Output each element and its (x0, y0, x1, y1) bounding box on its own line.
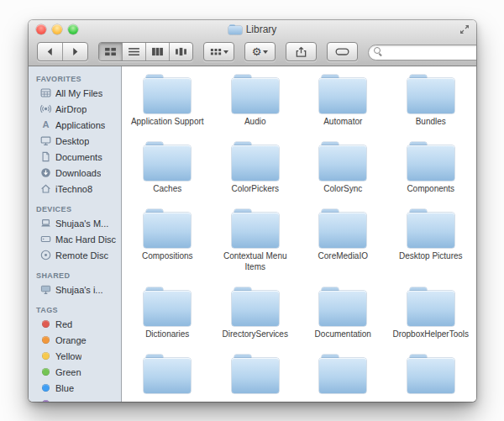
documents-icon (39, 151, 51, 163)
sidebar-item-shujaa-s-m[interactable]: Shujaa's M... (29, 215, 121, 231)
sidebar-section-title-shared: SHARED (29, 266, 121, 282)
sidebar-item-itechno8[interactable]: iTechno8 (29, 181, 121, 197)
tag-circle-icon (42, 320, 50, 328)
folder-item-application-support[interactable]: Application Support (125, 75, 209, 127)
laptop-icon (39, 218, 51, 229)
svg-text:A: A (42, 119, 49, 129)
folder-icon (407, 75, 454, 113)
folder-item-partial[interactable] (125, 355, 209, 396)
sidebar-item-yellow[interactable]: Yellow (29, 348, 121, 364)
action-button[interactable]: ⚙ (244, 42, 276, 61)
folder-item-bundles[interactable]: Bundles (389, 75, 473, 127)
folder-icon (319, 209, 366, 248)
window-title: Library (246, 24, 277, 35)
folder-icon (232, 287, 279, 326)
sidebar-item-label: Red (55, 319, 72, 329)
column-view-button[interactable] (146, 43, 170, 61)
folder-item-contextual-menu-items[interactable]: Contextual Menu Items (213, 209, 297, 272)
sidebar-item-label: Yellow (55, 351, 81, 361)
folder-item-compositions[interactable]: Compositions (125, 209, 209, 272)
sidebar-section: FAVORITES All My Files AirDrop A Applica… (29, 70, 121, 197)
tag-circle-icon (42, 400, 50, 402)
folder-item-automator[interactable]: Automator (301, 75, 385, 127)
shared-computer-icon (39, 284, 51, 296)
folder-icon (407, 209, 454, 248)
folder-item-caches[interactable]: Caches (125, 142, 209, 194)
folder-label: Caches (153, 183, 181, 194)
folder-label: DirectoryServices (223, 329, 288, 339)
sidebar-item-remote-disc[interactable]: Remote Disc (29, 247, 121, 263)
sidebar-item-unnamed[interactable] (29, 396, 121, 402)
sidebar-item-downloads[interactable]: Downloads (29, 165, 121, 181)
titlebar[interactable]: Library (29, 20, 476, 38)
folder-item-documentation[interactable]: Documentation (301, 287, 385, 339)
sidebar-section-items: Shujaa's i... (29, 282, 121, 297)
forward-button[interactable] (63, 43, 87, 61)
arrange-grid-icon (210, 47, 222, 56)
applications-icon: A (39, 119, 51, 131)
share-button[interactable] (286, 42, 317, 61)
folder-item-partial[interactable] (213, 355, 297, 396)
sidebar-item-label: Green (55, 367, 81, 377)
folder-label: Desktop Pictures (399, 250, 463, 261)
sidebar-item-icon (39, 366, 51, 378)
sidebar-item-blue[interactable]: Blue (29, 380, 121, 396)
folder-item-dropboxhelpertools[interactable]: DropboxHelperTools (389, 287, 473, 339)
folder-item-colorpickers[interactable]: ColorPickers (213, 142, 297, 194)
sidebar: FAVORITES All My Files AirDrop A Applica… (29, 66, 122, 402)
minimize-button[interactable] (52, 24, 62, 34)
desktop-icon (39, 135, 51, 147)
tags-button[interactable] (327, 42, 358, 61)
sidebar-item-icon (39, 350, 51, 362)
folder-item-components[interactable]: Components (389, 142, 473, 194)
search-field (368, 44, 476, 60)
arrange-button[interactable] (203, 42, 234, 61)
folder-item-desktop-pictures[interactable]: Desktop Pictures (389, 209, 473, 272)
folder-label: Dictionaries (145, 329, 189, 339)
fullscreen-icon[interactable] (459, 24, 470, 34)
coverflow-view-button[interactable] (170, 43, 192, 61)
sidebar-section: TAGS Red Orange Yellow Green Blue (29, 301, 121, 402)
chevron-down-icon (223, 50, 228, 54)
icon-view-button[interactable] (99, 43, 123, 61)
sidebar-section-title-tags: TAGS (29, 301, 121, 316)
zoom-button[interactable] (68, 24, 78, 34)
folder-label: CoreMediaIO (318, 250, 368, 261)
folder-item-coremediaio[interactable]: CoreMediaIO (301, 209, 385, 272)
sidebar-item-applications[interactable]: A Applications (29, 117, 121, 133)
sidebar-item-orange[interactable]: Orange (29, 332, 121, 348)
folder-icon (232, 75, 279, 113)
folder-item-dictionaries[interactable]: Dictionaries (125, 287, 209, 339)
window-body: FAVORITES All My Files AirDrop A Applica… (29, 66, 476, 402)
chevron-down-icon (263, 50, 268, 54)
folder-icon (407, 142, 454, 181)
sidebar-item-green[interactable]: Green (29, 364, 121, 380)
sidebar-item-label: Orange (55, 335, 87, 345)
sidebar-item-all-my-files[interactable]: All My Files (29, 85, 121, 101)
folder-item-directoryservices[interactable]: DirectoryServices (213, 287, 297, 339)
list-view-button[interactable] (123, 43, 146, 61)
gear-icon: ⚙ (252, 46, 262, 57)
folder-item-partial[interactable] (389, 355, 473, 396)
folder-item-partial[interactable] (301, 355, 385, 396)
search-input[interactable] (368, 45, 476, 61)
folder-item-audio[interactable]: Audio (213, 75, 297, 127)
sidebar-item-shujaa-s-i[interactable]: Shujaa's i... (29, 282, 121, 297)
sidebar-item-desktop[interactable]: Desktop (29, 133, 121, 149)
sidebar-item-red[interactable]: Red (29, 316, 121, 332)
folder-item-colorsync[interactable]: ColorSync (301, 142, 385, 194)
folder-icon (144, 75, 191, 113)
folder-label: DropboxHelperTools (392, 329, 469, 339)
sidebar-item-documents[interactable]: Documents (29, 149, 121, 165)
sidebar-item-label: Mac Hard Disc (55, 234, 116, 245)
sidebar-item-icon (39, 398, 51, 403)
sidebar-item-mac-hard-disc[interactable]: Mac Hard Disc (29, 231, 121, 247)
back-button[interactable] (38, 43, 63, 61)
sidebar-item-airdrop[interactable]: AirDrop (29, 101, 121, 117)
home-icon (39, 183, 51, 195)
close-button[interactable] (36, 24, 46, 34)
sidebar-item-label: Shujaa's M... (55, 218, 108, 229)
sidebar-item-label: Desktop (55, 136, 89, 146)
folder-label: Components (407, 183, 454, 194)
folder-label: Audio (244, 116, 266, 127)
